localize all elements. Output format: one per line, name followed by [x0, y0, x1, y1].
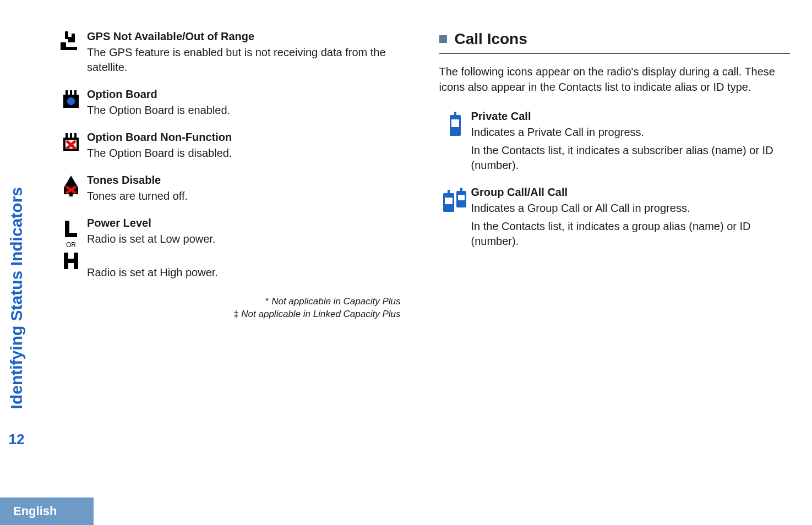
- icon-cell: [439, 186, 471, 215]
- footer-language-label: English: [13, 504, 57, 518]
- svg-rect-12: [67, 100, 69, 102]
- footnote-1: * Not applicable in Capacity Plus: [55, 296, 401, 308]
- svg-rect-8: [74, 90, 77, 95]
- svg-rect-17: [74, 133, 77, 138]
- page-number: 12: [9, 431, 25, 448]
- entry-option-board-nonfunction: Option Board Non-Function The Option Boa…: [55, 131, 406, 164]
- section-title: Call Icons: [455, 30, 527, 48]
- svg-rect-7: [70, 90, 72, 95]
- icon-cell: [55, 131, 87, 154]
- footnote-2: ‡ Not applicable in Linked Capacity Plus: [55, 308, 401, 321]
- svg-rect-16: [70, 133, 72, 138]
- svg-rect-34: [460, 188, 462, 191]
- svg-rect-27: [451, 119, 459, 127]
- option-board-nonfunction-icon: [60, 132, 82, 154]
- icon-cell: [439, 110, 471, 139]
- power-low-icon: [60, 218, 82, 240]
- svg-rect-13: [73, 100, 75, 102]
- entry-desc: The GPS feature is enabled but is not re…: [87, 45, 406, 75]
- intro-text: The following icons appear on the radio'…: [439, 64, 791, 95]
- svg-rect-10: [70, 97, 72, 100]
- entry-desc: The Option Board is disabled.: [87, 146, 406, 161]
- svg-rect-1: [65, 31, 68, 39]
- entry-title: Power Level: [87, 217, 406, 229]
- svg-rect-6: [66, 90, 68, 95]
- section-header: Call Icons: [439, 30, 791, 54]
- sidebar-chapter-title: Identifying Status Indicators: [7, 187, 26, 409]
- entry-group-call: Group Call/All Call Indicates a Group Ca…: [439, 186, 791, 252]
- page: Identifying Status Indicators 12: [0, 0, 812, 525]
- group-call-icon: [442, 187, 469, 215]
- entry-tones-disable: Tones Disable Tones are turned off.: [55, 174, 406, 207]
- entry-desc: Tones are turned off.: [87, 189, 406, 204]
- entry-title: GPS Not Available/Out of Range: [87, 30, 406, 43]
- entry-desc: In the Contacts list, it indicates a gro…: [471, 219, 791, 249]
- sidebar: Identifying Status Indicators 12: [0, 0, 33, 525]
- text-cell: Option Board Non-Function The Option Boa…: [87, 131, 406, 164]
- svg-rect-33: [458, 195, 465, 200]
- icon-cell: OR: [55, 217, 87, 272]
- footnote-text: Not applicable in Capacity Plus: [269, 296, 400, 307]
- right-column: Call Icons The following icons appear on…: [439, 30, 791, 525]
- entry-private-call: Private Call Indicates a Private Call in…: [439, 110, 791, 176]
- svg-rect-28: [454, 112, 456, 115]
- entry-title: Option Board Non-Function: [87, 131, 406, 144]
- icon-cell: [55, 88, 87, 111]
- svg-rect-0: [61, 47, 77, 50]
- svg-rect-22: [65, 233, 77, 237]
- option-board-icon: [60, 89, 82, 111]
- entry-title: Tones Disable: [87, 174, 406, 187]
- svg-rect-15: [66, 133, 68, 138]
- or-label: OR: [66, 241, 76, 249]
- text-cell: GPS Not Available/Out of Range The GPS f…: [87, 30, 406, 78]
- gps-not-available-icon: [60, 31, 82, 53]
- content: GPS Not Available/Out of Range The GPS f…: [33, 0, 812, 525]
- icon-cell: [55, 30, 87, 53]
- entry-gps-not-available: GPS Not Available/Out of Range The GPS f…: [55, 30, 406, 78]
- entry-title: Option Board: [87, 88, 406, 101]
- text-cell: Option Board The Option Board is enabled…: [87, 88, 406, 121]
- entry-title: Private Call: [471, 110, 791, 123]
- tones-disable-icon: [60, 175, 82, 197]
- entry-title: Group Call/All Call: [471, 186, 791, 199]
- footnote-text: Not applicable in Linked Capacity Plus: [239, 309, 401, 319]
- footnotes: * Not applicable in Capacity Plus ‡ Not …: [55, 296, 406, 321]
- footnote-marker: ‡: [233, 309, 238, 319]
- entry-option-board: Option Board The Option Board is enabled…: [55, 88, 406, 121]
- text-cell: Power Level Radio is set at Low power. R…: [87, 217, 406, 283]
- svg-rect-20: [69, 194, 73, 196]
- entry-power-level: OR Power Level Radio is set at Low power…: [55, 217, 406, 283]
- svg-rect-2: [68, 37, 72, 42]
- power-high-icon: [60, 250, 82, 272]
- entry-desc: The Option Board is enabled.: [87, 103, 406, 118]
- entry-desc-high: Radio is set at High power.: [87, 265, 406, 280]
- svg-rect-25: [64, 259, 78, 263]
- entry-desc: Indicates a Private Call in progress.: [471, 125, 791, 140]
- private-call-icon: [442, 111, 469, 139]
- svg-rect-3: [72, 34, 75, 42]
- footer-language-tab: English: [0, 497, 94, 525]
- left-column: GPS Not Available/Out of Range The GPS f…: [55, 30, 406, 525]
- text-cell: Private Call Indicates a Private Call in…: [471, 110, 791, 176]
- icon-cell: [55, 174, 87, 197]
- entry-desc-low: Radio is set at Low power.: [87, 232, 406, 247]
- section-bullet-icon: [439, 35, 447, 43]
- entry-desc: In the Contacts list, it indicates a sub…: [471, 143, 791, 173]
- text-cell: Tones Disable Tones are turned off.: [87, 174, 406, 207]
- svg-rect-30: [445, 198, 453, 204]
- text-cell: Group Call/All Call Indicates a Group Ca…: [471, 186, 791, 252]
- svg-rect-31: [448, 190, 450, 193]
- svg-rect-4: [61, 42, 66, 47]
- svg-rect-11: [70, 103, 72, 105]
- entry-desc: Indicates a Group Call or All Call in pr…: [471, 201, 791, 216]
